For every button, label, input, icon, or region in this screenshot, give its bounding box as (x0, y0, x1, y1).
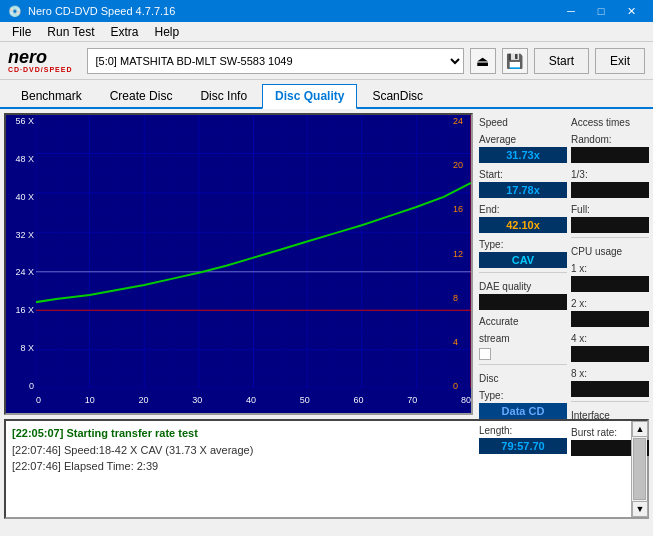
log-time-3: [22:07:46] (12, 460, 61, 472)
tab-disc-quality[interactable]: Disc Quality (262, 84, 357, 109)
end-value: 42.10x (479, 217, 567, 233)
y-label-16: 16 X (6, 306, 36, 315)
eject-button[interactable]: ⏏ (470, 48, 496, 74)
cpu-1x-value (571, 276, 649, 292)
save-button[interactable]: 💾 (502, 48, 528, 74)
y-right-4: 4 (451, 338, 471, 347)
cpu-usage-label: CPU usage (571, 246, 649, 257)
cpu-4x-value (571, 346, 649, 362)
stream-label: stream (479, 333, 567, 344)
x-label-10: 10 (85, 395, 95, 411)
access-times-label: Access times (571, 117, 649, 128)
y-right-0: 0 (451, 382, 471, 391)
dae-quality-label: DAE quality (479, 281, 567, 292)
y-right-8: 8 (451, 294, 471, 303)
y-label-40: 40 X (6, 193, 36, 202)
app-logo: nero CD·DVD/SPEED (8, 48, 73, 73)
random-label: Random: (571, 134, 649, 145)
disc-type-sub: Type: (479, 390, 567, 401)
x-label-80: 80 (461, 395, 471, 411)
speed-label: Speed (479, 117, 567, 128)
exit-button[interactable]: Exit (595, 48, 645, 74)
onethird-label: 1/3: (571, 169, 649, 180)
start-label: Start: (479, 169, 567, 180)
y-label-8: 8 X (6, 344, 36, 353)
right-panel: Speed Average 31.73x Start: 17.78x End: … (473, 109, 653, 419)
accurate-label: Accurate (479, 316, 567, 327)
maximize-button[interactable]: □ (587, 0, 615, 22)
type-label: Type: (479, 239, 567, 250)
x-label-40: 40 (246, 395, 256, 411)
titlebar: 💿 Nero CD-DVD Speed 4.7.7.16 ─ □ ✕ (0, 0, 653, 22)
nero-logo-text: nero (8, 48, 47, 66)
x-axis-labels: 0 10 20 30 40 50 60 70 80 (36, 393, 471, 413)
log-text-3: Elapsed Time: 2:39 (64, 460, 158, 472)
disc-type-label: Disc (479, 373, 567, 384)
cpu-2x-value (571, 311, 649, 327)
logo-subtitle: CD·DVD/SPEED (8, 66, 73, 73)
stats-column: Speed Average 31.73x Start: 17.78x End: … (479, 113, 567, 415)
cpu-8x-value (571, 381, 649, 397)
menu-help[interactable]: Help (147, 23, 188, 41)
average-value: 31.73x (479, 147, 567, 163)
cpu-4x-label: 4 x: (571, 333, 649, 344)
disc-type-value: Data CD (479, 403, 567, 419)
titlebar-left: 💿 Nero CD-DVD Speed 4.7.7.16 (8, 5, 175, 18)
cpu-2x-label: 2 x: (571, 298, 649, 309)
x-label-0: 0 (36, 395, 41, 411)
accurate-stream-checkbox-row (479, 348, 567, 360)
y-axis-right-labels: 0 4 8 12 16 20 24 (451, 115, 471, 393)
scrollbar-thumb[interactable] (633, 438, 646, 500)
app-title: Nero CD-DVD Speed 4.7.7.16 (28, 5, 175, 17)
log-line-1: [22:05:07] Starting transfer rate test (12, 425, 625, 442)
y-right-20: 20 (451, 161, 471, 170)
chart-area: 0 8 X 16 X 24 X 32 X 40 X 48 X 56 X (4, 113, 473, 415)
y-right-12: 12 (451, 250, 471, 259)
tab-benchmark[interactable]: Benchmark (8, 84, 95, 107)
menu-file[interactable]: File (4, 23, 39, 41)
y-axis-labels: 0 8 X 16 X 24 X 32 X 40 X 48 X 56 X (6, 115, 36, 393)
scrollbar-up-button[interactable]: ▲ (632, 421, 648, 437)
y-label-0: 0 (6, 382, 36, 391)
y-right-16: 16 (451, 205, 471, 214)
start-button[interactable]: Start (534, 48, 589, 74)
dae-quality-value (479, 294, 567, 310)
x-label-30: 30 (192, 395, 202, 411)
cpu-8x-label: 8 x: (571, 368, 649, 379)
titlebar-controls: ─ □ ✕ (557, 0, 645, 22)
end-label: End: (479, 204, 567, 215)
y-label-32: 32 X (6, 231, 36, 240)
menu-extra[interactable]: Extra (102, 23, 146, 41)
scrollbar-down-button[interactable]: ▼ (632, 501, 648, 517)
toolbar: nero CD·DVD/SPEED [5:0] MATSHITA BD-MLT … (0, 42, 653, 80)
tab-disc-info[interactable]: Disc Info (187, 84, 260, 107)
tab-create-disc[interactable]: Create Disc (97, 84, 186, 107)
log-scrollbar[interactable]: ▲ ▼ (631, 421, 647, 517)
log-line-3: [22:07:46] Elapsed Time: 2:39 (12, 458, 625, 475)
minimize-button[interactable]: ─ (557, 0, 585, 22)
full-label: Full: (571, 204, 649, 215)
tab-scandisc[interactable]: ScanDisc (359, 84, 436, 107)
log-content: [22:05:07] Starting transfer rate test [… (6, 421, 631, 517)
drive-select[interactable]: [5:0] MATSHITA BD-MLT SW-5583 1049 (87, 48, 464, 74)
chart-svg (36, 115, 471, 388)
x-label-70: 70 (407, 395, 417, 411)
average-label: Average (479, 134, 567, 145)
random-value (571, 147, 649, 163)
start-value: 17.78x (479, 182, 567, 198)
x-label-20: 20 (138, 395, 148, 411)
menu-run-test[interactable]: Run Test (39, 23, 102, 41)
interface-label: Interface (571, 410, 649, 421)
close-button[interactable]: ✕ (617, 0, 645, 22)
tabs: Benchmark Create Disc Disc Info Disc Qua… (0, 80, 653, 109)
access-times-column: Access times Random: 1/3: Full: CPU usag… (571, 113, 649, 415)
full-value (571, 217, 649, 233)
log-time-2: [22:07:46] (12, 444, 61, 456)
accurate-stream-checkbox[interactable] (479, 348, 491, 360)
log-time-1: [22:05:07] (12, 427, 63, 439)
x-label-50: 50 (300, 395, 310, 411)
y-label-48: 48 X (6, 155, 36, 164)
menubar: File Run Test Extra Help (0, 22, 653, 42)
y-label-56: 56 X (6, 117, 36, 126)
cpu-1x-label: 1 x: (571, 263, 649, 274)
